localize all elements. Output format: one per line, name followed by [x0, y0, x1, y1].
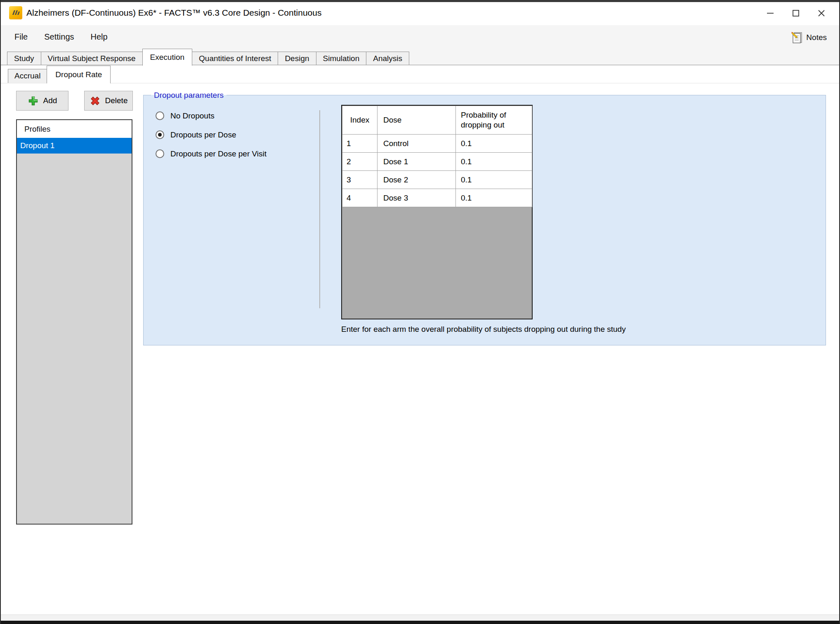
notes-icon	[791, 31, 803, 44]
tab-quantities-of-interest[interactable]: Quantities of Interest	[192, 52, 278, 65]
app-logo-icon	[9, 6, 22, 19]
cell-index: 4	[342, 189, 378, 207]
menubar: File Settings Help Notes	[1, 25, 839, 49]
radio-circle-icon[interactable]	[156, 111, 164, 120]
window-title: Alzheimers (DF-Continuous) Ex6* - FACTS™…	[26, 0, 321, 25]
status-strip	[1, 615, 839, 621]
radio-dropouts-per-dose-per-visit-label: Dropouts per Dose per Visit	[170, 149, 267, 158]
window-left-edge	[0, 0, 1, 624]
cell-dose: Dose 2	[378, 171, 456, 189]
cell-probability[interactable]: 0.1	[456, 153, 532, 171]
tab-virtual-subject-response[interactable]: Virtual Subject Response	[41, 52, 143, 65]
minimize-button[interactable]	[757, 2, 783, 24]
tab-design[interactable]: Design	[278, 52, 316, 65]
table-row: 1 Control 0.1	[342, 135, 532, 153]
cell-index: 3	[342, 171, 378, 189]
radio-circle-icon[interactable]	[156, 149, 164, 158]
profiles-header: Profiles	[17, 120, 132, 138]
radio-circle-icon[interactable]	[156, 130, 164, 139]
cell-probability[interactable]: 0.1	[456, 171, 532, 189]
table-row: 2 Dose 1 0.1	[342, 153, 532, 171]
table-row: 4 Dose 3 0.1	[342, 189, 532, 207]
titlebar: Alzheimers (DF-Continuous) Ex6* - FACTS™…	[0, 0, 840, 25]
cell-probability[interactable]: 0.1	[456, 189, 532, 207]
add-button-label: Add	[43, 96, 57, 105]
close-button[interactable]	[809, 2, 834, 24]
delete-button[interactable]: Delete	[84, 91, 133, 111]
subtab-accrual[interactable]: Accrual	[8, 69, 47, 83]
cell-index: 2	[342, 153, 378, 171]
tab-study[interactable]: Study	[7, 52, 41, 65]
cell-dose: Control	[378, 135, 456, 153]
delete-button-label: Delete	[105, 96, 128, 105]
dropout-probability-table: Index Dose Probability of dropping out 1…	[341, 105, 533, 319]
vertical-divider	[319, 110, 320, 308]
radio-dropouts-per-dose[interactable]: Dropouts per Dose	[156, 129, 236, 140]
cell-index: 1	[342, 135, 378, 153]
subtab-dropout-rate[interactable]: Dropout Rate	[47, 66, 111, 83]
menu-help[interactable]: Help	[83, 25, 116, 49]
column-header-dose: Dose	[378, 106, 456, 135]
notes-label: Notes	[806, 33, 827, 42]
app-window: Alzheimers (DF-Continuous) Ex6* - FACTS™…	[0, 0, 840, 624]
add-button[interactable]: Add	[16, 91, 68, 111]
menu-settings[interactable]: Settings	[36, 25, 82, 49]
cell-probability[interactable]: 0.1	[456, 135, 532, 153]
dropout-parameters-groupbox: Dropout parameters No Dropouts Dropouts …	[143, 95, 826, 345]
window-bottom-edge	[0, 621, 840, 624]
groupbox-title: Dropout parameters	[151, 90, 227, 101]
radio-no-dropouts[interactable]: No Dropouts	[156, 110, 215, 121]
table-row: 3 Dose 2 0.1	[342, 171, 532, 189]
radio-dropouts-per-dose-label: Dropouts per Dose	[170, 130, 236, 139]
tab-analysis[interactable]: Analysis	[366, 52, 409, 65]
tab-simulation[interactable]: Simulation	[316, 52, 367, 65]
notes-button[interactable]: Notes	[789, 29, 829, 46]
delete-x-icon	[90, 95, 101, 106]
tab-execution[interactable]: Execution	[142, 49, 192, 66]
maximize-button[interactable]	[783, 2, 809, 24]
column-header-probability: Probability of dropping out	[456, 106, 532, 135]
cell-dose: Dose 1	[378, 153, 456, 171]
radio-dropouts-per-dose-per-visit[interactable]: Dropouts per Dose per Visit	[156, 148, 267, 159]
menu-file[interactable]: File	[6, 25, 36, 49]
window-controls	[757, 2, 834, 24]
main-tabstrip: Study Virtual Subject Response Execution…	[1, 49, 839, 65]
window-top-edge	[0, 0, 840, 2]
radio-no-dropouts-label: No Dropouts	[170, 111, 215, 121]
cell-dose: Dose 3	[378, 189, 456, 207]
sub-tabstrip: Accrual Dropout Rate	[1, 65, 839, 83]
table-caption: Enter for each arm the overall probabili…	[341, 325, 626, 334]
profile-item-dropout-1[interactable]: Dropout 1	[17, 138, 132, 154]
plus-icon	[28, 95, 39, 106]
profiles-list: Profiles Dropout 1	[16, 119, 132, 525]
column-header-index: Index	[342, 106, 378, 135]
table-header-row: Index Dose Probability of dropping out	[342, 106, 532, 135]
